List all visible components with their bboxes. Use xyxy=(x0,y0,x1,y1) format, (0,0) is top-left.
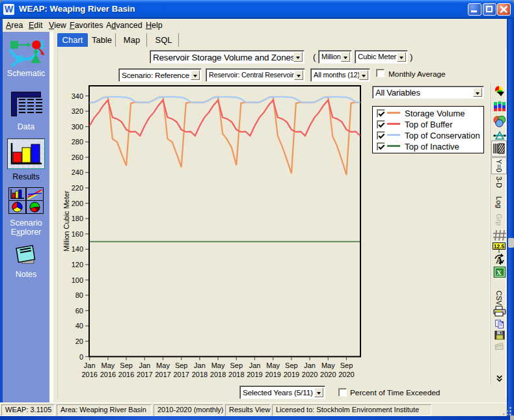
svg-text:160: 160 xyxy=(72,230,83,238)
svg-text:140: 140 xyxy=(72,245,83,253)
svg-text:Jan: Jan xyxy=(139,361,150,369)
svg-text:Jan: Jan xyxy=(194,361,206,369)
svg-text:Sep: Sep xyxy=(230,361,243,369)
svg-text:X: X xyxy=(496,269,502,276)
svg-text:Sep: Sep xyxy=(175,361,188,369)
svg-text:2018: 2018 xyxy=(192,371,208,378)
svg-text:100: 100 xyxy=(72,276,83,284)
svg-text:200: 200 xyxy=(72,200,83,207)
svg-text:280: 280 xyxy=(72,138,83,146)
svg-text:2016: 2016 xyxy=(100,371,116,378)
svg-text:Jan: Jan xyxy=(304,361,316,369)
svg-text:May: May xyxy=(101,361,115,369)
svg-text:2017: 2017 xyxy=(137,371,152,378)
svg-text:Million Cubic Meter: Million Cubic Meter xyxy=(62,190,70,252)
svg-text:2017: 2017 xyxy=(173,371,189,378)
svg-text:Jan: Jan xyxy=(84,361,96,369)
svg-text:2018: 2018 xyxy=(228,371,244,378)
svg-text:120: 120 xyxy=(72,261,83,269)
svg-text:2019: 2019 xyxy=(265,371,280,378)
svg-text:May: May xyxy=(211,361,225,369)
svg-text:300: 300 xyxy=(72,123,83,131)
svg-text:Sep: Sep xyxy=(120,361,133,369)
svg-text:Jan: Jan xyxy=(249,361,261,369)
svg-text:240: 240 xyxy=(72,168,83,176)
svg-text:340: 340 xyxy=(72,92,83,100)
svg-text:2019: 2019 xyxy=(247,371,262,378)
svg-text:May: May xyxy=(156,361,170,369)
svg-text:2020: 2020 xyxy=(320,371,336,378)
svg-text:2016: 2016 xyxy=(81,371,97,378)
svg-text:2018: 2018 xyxy=(210,371,226,378)
svg-text:40: 40 xyxy=(75,322,83,330)
svg-text:May: May xyxy=(266,361,280,369)
svg-text:2020: 2020 xyxy=(302,371,318,378)
svg-text:2016: 2016 xyxy=(118,371,134,378)
svg-text:20: 20 xyxy=(75,337,83,345)
svg-text:2017: 2017 xyxy=(155,371,170,378)
svg-text:180: 180 xyxy=(72,215,83,222)
svg-text:0: 0 xyxy=(79,353,83,361)
svg-text:2020: 2020 xyxy=(338,371,354,378)
svg-text:May: May xyxy=(321,361,335,369)
svg-text:Sep: Sep xyxy=(285,361,298,369)
svg-text:320: 320 xyxy=(72,107,83,115)
svg-text:60: 60 xyxy=(75,307,83,315)
svg-text:220: 220 xyxy=(72,184,83,192)
svg-text:2019: 2019 xyxy=(284,371,299,378)
svg-text:Sep: Sep xyxy=(340,361,353,369)
svg-text:80: 80 xyxy=(75,291,83,299)
svg-text:260: 260 xyxy=(72,153,83,161)
